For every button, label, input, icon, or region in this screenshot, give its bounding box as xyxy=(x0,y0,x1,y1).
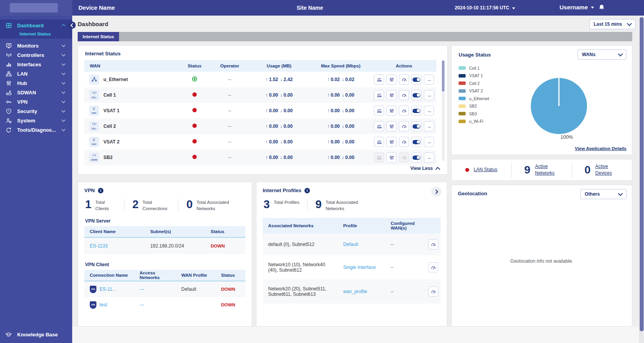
tab-internet-status[interactable]: Internet Status xyxy=(78,32,119,41)
profile-link[interactable]: Single Interface xyxy=(343,265,375,270)
sidebar-item-lan[interactable]: LAN xyxy=(0,69,72,78)
wan-details-button[interactable] xyxy=(424,137,434,147)
speed-test-button[interactable] xyxy=(399,90,409,100)
lan-status-link[interactable]: LAN Status xyxy=(474,166,498,173)
profile-link[interactable]: wan_profile xyxy=(343,289,367,294)
wan-toggle[interactable] xyxy=(411,106,422,116)
sidebar-item-internet-status[interactable]: Internet Status xyxy=(0,30,72,36)
wan-details-button[interactable] xyxy=(424,106,434,116)
geolocation-panel: Geolocation Others Geolocation info not … xyxy=(451,185,632,327)
sidebar-item-security[interactable]: Security xyxy=(0,106,72,116)
upload-icon xyxy=(265,108,268,113)
active-networks-item: 9 Active Networks xyxy=(511,162,571,178)
sidebar-item-controllers[interactable]: Controllers xyxy=(0,50,72,60)
usage-pie-chart[interactable] xyxy=(531,78,587,134)
configure-button[interactable] xyxy=(386,106,397,116)
vpn-client-link[interactable]: ES-1133 xyxy=(90,243,108,249)
speed-test-button[interactable] xyxy=(399,121,409,131)
upload-icon xyxy=(327,92,329,98)
table-scrollbar[interactable] xyxy=(442,60,445,161)
usage-scope-select[interactable]: WANs xyxy=(578,50,626,60)
active-networks-link[interactable]: Active Networks xyxy=(535,163,559,177)
toggle-on-icon xyxy=(413,78,420,82)
scrollbar-thumb[interactable] xyxy=(640,17,644,331)
page-scrollbar[interactable] xyxy=(639,16,644,343)
configure-button[interactable] xyxy=(386,137,397,147)
geolocation-source-select[interactable]: Others xyxy=(580,189,626,199)
wan-details-button[interactable] xyxy=(424,121,434,131)
profiles-stats: 3Total Profiles 9Total Associated Networ… xyxy=(263,199,441,212)
sidebar-item-hub[interactable]: Hub xyxy=(0,78,72,88)
speed-down: 0.00 xyxy=(345,92,354,98)
speed-test-button[interactable] xyxy=(428,239,438,249)
operator-value: -- xyxy=(211,124,248,129)
usage-chart-button[interactable] xyxy=(374,106,384,116)
knowledge-base-link[interactable]: Knowledge Base xyxy=(0,332,72,338)
network-icon xyxy=(6,71,12,77)
configure-button[interactable] xyxy=(386,90,397,100)
user-menu[interactable]: Username xyxy=(559,4,594,11)
speed-test-button[interactable] xyxy=(399,74,409,85)
profiles-expand-button[interactable] xyxy=(431,187,441,197)
sidebar-item-tools-diagnostics[interactable]: Tools/Diagnos... xyxy=(0,125,72,134)
wan-details-button[interactable] xyxy=(424,90,434,100)
usage-chart-button[interactable] xyxy=(374,137,384,147)
download-icon xyxy=(280,92,283,98)
lan-status-item: LAN Status xyxy=(452,162,511,178)
sidebar-item-interfaces[interactable]: Interfaces xyxy=(0,60,72,69)
sidebar-item-sdwan[interactable]: SDWAN xyxy=(0,88,72,97)
wan-toggle[interactable] xyxy=(411,74,422,85)
profile-link[interactable]: Default xyxy=(343,242,358,247)
wan-toggle[interactable] xyxy=(411,90,422,100)
wan-toggle[interactable] xyxy=(411,137,422,147)
notifications-button[interactable] xyxy=(598,4,605,11)
configure-button[interactable] xyxy=(386,121,397,131)
download-icon xyxy=(280,124,283,129)
col-operator: Operator xyxy=(211,64,248,68)
configure-button[interactable] xyxy=(386,74,397,85)
view-application-details-link[interactable]: View Application Details xyxy=(575,146,626,151)
sidebar-item-label: Hub xyxy=(17,80,62,86)
speed-up: 0.00 xyxy=(331,124,340,129)
table-row: Network20 (20), Subnet511, Subnet611, Su… xyxy=(263,279,441,304)
associated-networks-value: default (0), Subnet512 xyxy=(263,242,338,247)
info-icon[interactable] xyxy=(304,188,310,193)
chevron-down-icon xyxy=(62,43,66,47)
vsat-icon xyxy=(89,106,99,116)
sidebar-collapse-button[interactable] xyxy=(68,21,76,29)
chevron-down-icon xyxy=(62,90,66,94)
sidebar-item-system[interactable]: System xyxy=(0,116,72,125)
usage-scope-value: WANs xyxy=(582,52,596,57)
time-range-select[interactable]: Last 15 mins xyxy=(589,19,635,29)
sidebar-item-monitors[interactable]: Monitors xyxy=(0,41,72,50)
sidebar-item-vpn[interactable]: VPN xyxy=(0,97,72,106)
sliders-icon xyxy=(6,80,12,86)
graduation-cap-icon xyxy=(5,332,12,338)
connection-link[interactable]: ES-11... xyxy=(100,286,116,292)
usage-chart-button[interactable] xyxy=(374,121,384,131)
legend-item: Cell 1 xyxy=(459,64,489,72)
usage-chart-button[interactable] xyxy=(374,90,384,100)
wan-toggle[interactable] xyxy=(411,121,422,131)
internet-status-table: WAN Status Operator Usage (MB) Max Speed… xyxy=(84,60,436,165)
speed-test-button[interactable] xyxy=(399,106,409,116)
connection-link[interactable]: test xyxy=(100,302,107,308)
usage-status-panel: Usage Status WANs Cell 1 VSAT 1 Cell 2 V… xyxy=(451,45,632,155)
wan-toggle[interactable] xyxy=(411,152,422,163)
speed-test-button[interactable] xyxy=(428,286,438,297)
view-less-link[interactable]: View Less xyxy=(410,166,439,171)
wan-details-button[interactable] xyxy=(424,74,434,85)
active-devices-link[interactable]: Active Devices xyxy=(595,163,619,177)
lband-icon xyxy=(89,152,99,163)
usage-chart-button[interactable] xyxy=(374,74,384,85)
info-icon[interactable] xyxy=(98,188,103,193)
wan-details-button[interactable] xyxy=(424,152,434,163)
vpn-client-heading: VPN Client xyxy=(85,262,246,267)
speed-test-button[interactable] xyxy=(399,137,409,147)
scrollbar-thumb[interactable] xyxy=(442,60,445,92)
datetime-dropdown[interactable]: 2024-10-10 11:17:56 UTC xyxy=(455,5,515,11)
configure-button[interactable] xyxy=(386,152,397,163)
table-header: Connection Name Access Networks WAN Prof… xyxy=(84,270,246,281)
sidebar-item-dashboard[interactable]: Dashboard xyxy=(0,21,72,30)
speed-test-button[interactable] xyxy=(428,262,438,272)
